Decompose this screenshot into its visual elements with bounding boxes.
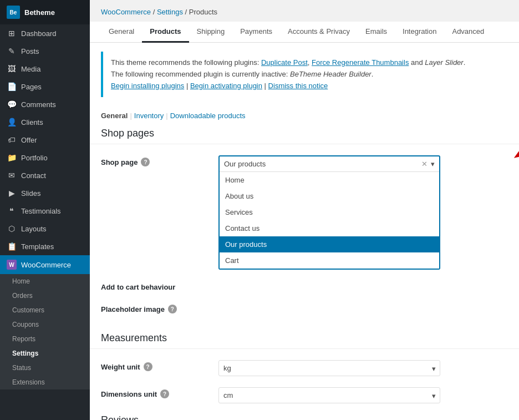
sidebar-item-posts[interactable]: ✎ Posts xyxy=(0,42,90,60)
sidebar-label-posts: Posts xyxy=(21,47,39,55)
templates-icon: 📋 xyxy=(7,242,17,251)
offer-icon: 🏷 xyxy=(7,135,17,144)
submenu-item-orders[interactable]: Orders xyxy=(0,289,90,303)
shop-page-control: Our products ✕ ▾ Home About us Services … xyxy=(218,155,508,270)
submenu-item-status[interactable]: Status xyxy=(0,361,90,375)
sidebar-item-slides[interactable]: ▶ Slides xyxy=(0,184,90,202)
weight-unit-label: Weight unit ? xyxy=(101,360,212,371)
notice-plugin4: BeTheme Header Builder xyxy=(290,70,372,78)
testimonials-icon: ❝ xyxy=(7,206,17,215)
dropdown-item-about[interactable]: About us xyxy=(220,188,439,204)
dropdown-item-contact[interactable]: Contact us xyxy=(220,220,439,236)
measurements-title: Measurements xyxy=(90,325,519,349)
add-to-cart-label: Add to cart behaviour xyxy=(101,281,212,291)
weight-unit-help-icon[interactable]: ? xyxy=(144,362,152,371)
submenu-item-customers[interactable]: Customers xyxy=(0,303,90,317)
placeholder-image-row: Placeholder image ? xyxy=(101,297,508,319)
measurements-form: Weight unit ? kg g lbs oz xyxy=(90,349,519,420)
sidebar-label-portfolio: Portfolio xyxy=(21,154,48,162)
sidebar-item-layouts[interactable]: ⬡ Layouts xyxy=(0,220,90,237)
tab-accounts-privacy[interactable]: Accounts & Privacy xyxy=(280,22,358,43)
sidebar-item-clients[interactable]: 👤 Clients xyxy=(0,113,90,131)
tab-general[interactable]: General xyxy=(101,22,142,43)
submenu-item-reports[interactable]: Reports xyxy=(0,332,90,346)
dropdown-item-our-products[interactable]: Our products xyxy=(220,236,439,252)
weight-unit-row: Weight unit ? kg g lbs oz xyxy=(101,355,508,382)
dimensions-unit-control: cm m mm in yd xyxy=(218,387,508,403)
sidebar-label-templates: Templates xyxy=(21,242,54,251)
sidebar-item-woocommerce[interactable]: W WooCommerce xyxy=(0,255,90,274)
sub-tab-downloadable[interactable]: Downloadable products xyxy=(170,112,246,120)
submenu-item-home[interactable]: Home xyxy=(0,274,90,289)
sidebar-label-clients: Clients xyxy=(21,118,43,126)
sidebar-item-comments[interactable]: 💬 Comments xyxy=(0,95,90,113)
sidebar-item-media[interactable]: 🖼 Media xyxy=(0,60,90,78)
submenu-label-orders: Orders xyxy=(12,292,33,300)
submenu-label-reports: Reports xyxy=(12,335,35,343)
tab-products[interactable]: Products xyxy=(142,22,189,43)
notice-plugin3: Layer Slider xyxy=(425,58,463,67)
dropdown-item-services[interactable]: Services xyxy=(220,204,439,220)
sidebar-item-pages[interactable]: 📄 Pages xyxy=(0,78,90,95)
shop-pages-title: Shop pages xyxy=(90,120,519,144)
shop-page-clear-icon[interactable]: ✕ xyxy=(421,160,428,168)
submenu-label-home: Home xyxy=(12,277,30,285)
sidebar-label-dashboard: Dashboard xyxy=(21,29,57,38)
sidebar-logo: Be Betheme xyxy=(0,0,90,24)
sidebar-item-contact[interactable]: ✉ Contact xyxy=(0,166,90,184)
products-sub-tabs: General | Inventory | Downloadable produ… xyxy=(90,106,519,120)
shop-page-row: Shop page ? Our products ✕ ▾ xyxy=(101,150,508,275)
shop-page-label: Shop page ? xyxy=(101,155,212,166)
pages-icon: 📄 xyxy=(7,82,17,91)
clients-icon: 👤 xyxy=(7,118,17,126)
sub-tab-inventory[interactable]: Inventory xyxy=(134,112,164,120)
tab-emails[interactable]: Emails xyxy=(358,22,395,43)
notice-plugin2-link[interactable]: Force Regenerate Thumbnails xyxy=(312,58,409,67)
submenu-item-extensions[interactable]: Extensions xyxy=(0,375,90,389)
sidebar-item-dashboard[interactable]: ⊞ Dashboard xyxy=(0,24,90,42)
sidebar-label-contact: Contact xyxy=(21,171,46,180)
woocommerce-icon: W xyxy=(7,260,17,270)
sidebar: Be Betheme ⊞ Dashboard ✎ Posts 🖼 Media 📄… xyxy=(0,0,90,420)
reviews-title-row: Reviews xyxy=(101,409,508,420)
shop-page-selected-value: Our products ✕ ▾ xyxy=(220,156,439,171)
shop-pages-form: Shop page ? Our products ✕ ▾ xyxy=(90,144,519,325)
contact-icon: ✉ xyxy=(7,171,17,180)
breadcrumb-current: Products xyxy=(189,8,217,16)
notice-activate-link[interactable]: Begin activating plugin xyxy=(190,82,262,90)
sidebar-label-layouts: Layouts xyxy=(21,225,47,233)
sidebar-label-offer: Offer xyxy=(21,136,37,144)
breadcrumb-settings[interactable]: Settings xyxy=(157,8,183,16)
notice-plugin1-link[interactable]: Duplicate Post xyxy=(261,58,308,67)
notice-install-link[interactable]: Begin installing plugins xyxy=(111,82,184,90)
add-to-cart-row: Add to cart behaviour xyxy=(101,275,508,297)
dimensions-unit-help-icon[interactable]: ? xyxy=(160,389,169,398)
submenu-label-customers: Customers xyxy=(12,306,44,314)
tab-integration[interactable]: Integration xyxy=(395,22,444,43)
sidebar-label-pages: Pages xyxy=(21,83,42,91)
notice-dismiss-link[interactable]: Dismiss this notice xyxy=(268,82,328,90)
plugin-notice: This theme recommends the following plug… xyxy=(101,52,508,97)
sidebar-item-templates[interactable]: 📋 Templates xyxy=(0,237,90,255)
dashboard-icon: ⊞ xyxy=(7,29,17,38)
dropdown-item-cart[interactable]: Cart xyxy=(220,252,439,269)
breadcrumb: WooCommerce / Settings / Products xyxy=(90,0,519,22)
settings-content-area: General Products Shipping Payments Accou… xyxy=(90,22,519,420)
sub-tab-general[interactable]: General xyxy=(101,112,128,120)
sidebar-item-portfolio[interactable]: 📁 Portfolio xyxy=(0,149,90,166)
submenu-item-settings[interactable]: Settings xyxy=(0,346,90,361)
sidebar-item-offer[interactable]: 🏷 Offer xyxy=(0,131,90,149)
placeholder-image-help-icon[interactable]: ? xyxy=(168,305,177,313)
tab-advanced[interactable]: Advanced xyxy=(444,22,492,43)
sidebar-label-woocommerce: WooCommerce xyxy=(21,261,71,269)
dropdown-item-home[interactable]: Home xyxy=(220,172,439,188)
sidebar-item-testimonials[interactable]: ❝ Testimonials xyxy=(0,202,90,220)
submenu-item-coupons[interactable]: Coupons xyxy=(0,317,90,332)
dimensions-unit-select[interactable]: cm m mm in yd xyxy=(218,387,440,403)
tab-shipping[interactable]: Shipping xyxy=(189,22,233,43)
shop-page-dropdown[interactable]: Our products ✕ ▾ Home About us Services … xyxy=(218,155,440,270)
breadcrumb-woocommerce[interactable]: WooCommerce xyxy=(101,8,151,16)
tab-payments[interactable]: Payments xyxy=(232,22,280,43)
weight-unit-select[interactable]: kg g lbs oz xyxy=(218,360,440,376)
shop-page-help-icon[interactable]: ? xyxy=(141,158,150,166)
